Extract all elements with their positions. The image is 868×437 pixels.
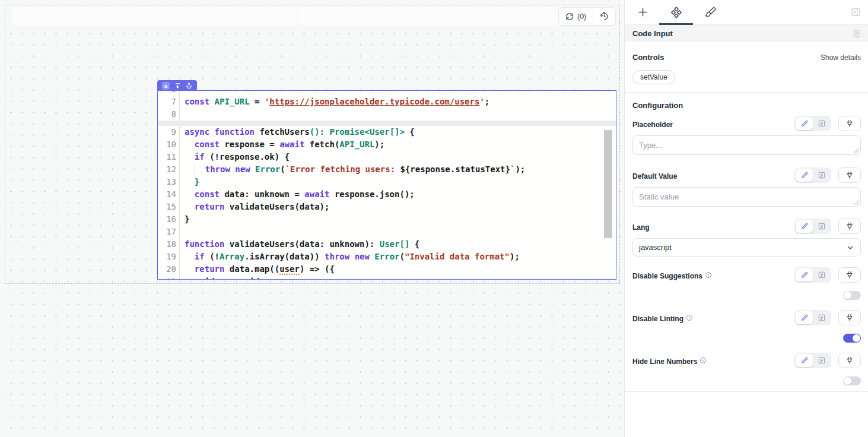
static-mode-button[interactable] xyxy=(796,311,813,324)
code-line[interactable]: 15 return validateUsers(data); xyxy=(158,201,616,213)
code-line[interactable]: 7const API_URL = 'https://jsonplaceholde… xyxy=(158,96,616,108)
pencil-icon xyxy=(800,356,809,365)
widget-tag[interactable]: a xyxy=(157,80,197,91)
property-row-hide-line-numbers: Hide Line Numbers xyxy=(632,353,861,385)
static-mode-button[interactable] xyxy=(796,268,813,281)
line-number: 10 xyxy=(158,138,180,151)
properties-panel: Code Input Controls Show details setValu… xyxy=(625,0,868,437)
line-number: 20 xyxy=(158,263,180,276)
code-line[interactable]: 21 id: user.id, xyxy=(158,276,616,279)
code-line[interactable]: 14 const data: unknown = await response.… xyxy=(158,188,616,201)
panel-right-icon xyxy=(851,7,861,17)
refresh-button[interactable]: (0) xyxy=(559,8,593,25)
code-text: if (!Array.isArray(data)) throw new Erro… xyxy=(180,251,520,263)
code-line[interactable]: 17 xyxy=(158,226,616,238)
code-text: const data: unknown = await response.jso… xyxy=(180,188,415,201)
disable-suggestions-toggle[interactable] xyxy=(843,291,861,300)
placeholder-input[interactable] xyxy=(632,135,861,155)
configuration-section: Configuration PlaceholderDefault ValueLa… xyxy=(625,93,868,385)
function-icon xyxy=(818,119,826,128)
insert-down-icon[interactable] xyxy=(174,83,181,89)
line-number: 13 xyxy=(158,176,180,188)
hide-line-numbers-toggle[interactable] xyxy=(843,376,861,385)
pencil-icon xyxy=(800,222,809,230)
code-line[interactable]: 19 if (!Array.isArray(data)) throw new E… xyxy=(158,251,616,263)
control-pill-list: setValue xyxy=(632,62,861,84)
code-line[interactable]: 8 xyxy=(158,108,616,121)
function-icon xyxy=(818,314,826,322)
static-mode-button[interactable] xyxy=(796,354,813,367)
code-line[interactable]: 13 } xyxy=(158,176,616,188)
code-line[interactable]: 18function validateUsers(data: unknown):… xyxy=(158,238,616,251)
code-line[interactable]: 9async function fetchUsers(): Promise<Us… xyxy=(158,126,616,138)
toggle-knob xyxy=(853,334,860,342)
paintbrush-icon xyxy=(705,7,717,18)
code-editor[interactable]: 67const API_URL = 'https://jsonplacehold… xyxy=(158,91,616,279)
active-tab-indicator xyxy=(659,23,693,25)
code-line[interactable]: 20 return data.map((user) => ({ xyxy=(158,263,616,276)
info-icon[interactable] xyxy=(705,271,712,278)
line-number: 6 xyxy=(158,91,180,96)
plug-icon xyxy=(845,314,854,322)
tab-settings[interactable] xyxy=(670,7,682,21)
lang-select[interactable]: javascript xyxy=(632,238,861,256)
line-number: 11 xyxy=(158,151,180,163)
line-number: 7 xyxy=(158,96,180,108)
property-row-lang: Langjavascript xyxy=(632,218,861,256)
code-line[interactable]: 10 const response = await fetch(API_URL)… xyxy=(158,138,616,151)
function-icon xyxy=(818,171,826,179)
formula-mode-button[interactable] xyxy=(813,311,830,324)
code-input-widget[interactable]: a 67const API_URL = 'https://jsonplaceho… xyxy=(157,90,616,280)
editor-scrollbar[interactable] xyxy=(604,130,612,238)
formula-mode-button[interactable] xyxy=(813,169,830,182)
code-line[interactable]: 11 if (!response.ok) { xyxy=(158,151,616,163)
history-icon xyxy=(600,12,609,21)
info-icon[interactable] xyxy=(700,357,707,364)
refresh-icon xyxy=(565,12,574,21)
binding-mode-switch-default-value xyxy=(794,167,831,183)
connect-data-button-hide-line-numbers[interactable] xyxy=(838,353,861,368)
connect-data-button-disable-suggestions[interactable] xyxy=(838,267,861,283)
layout-zone-left[interactable] xyxy=(11,7,297,26)
document-icon[interactable] xyxy=(852,29,861,38)
code-text: if (!response.ok) { xyxy=(180,151,290,163)
code-line[interactable]: 16} xyxy=(158,213,616,226)
pencil-icon xyxy=(800,171,809,179)
anchor-icon[interactable] xyxy=(186,83,192,89)
refresh-count: (0) xyxy=(577,12,586,21)
plug-icon xyxy=(845,356,854,365)
tab-style[interactable] xyxy=(705,7,717,21)
binding-mode-switch-placeholder xyxy=(794,116,831,131)
line-number: 18 xyxy=(158,238,180,251)
formula-mode-button[interactable] xyxy=(813,268,830,281)
formula-mode-button[interactable] xyxy=(813,117,830,130)
info-icon[interactable] xyxy=(686,314,693,321)
connect-data-button-default-value[interactable] xyxy=(838,167,861,183)
design-canvas[interactable]: (0) a 67const API_URL = 'https://jsonpla… xyxy=(0,0,625,437)
disable-linting-toggle[interactable] xyxy=(843,334,861,343)
default-value-input[interactable] xyxy=(632,187,861,207)
connect-data-button-lang[interactable] xyxy=(838,218,861,234)
property-row-default-value: Default Value xyxy=(632,167,861,209)
line-number: 15 xyxy=(158,201,180,213)
static-mode-button[interactable] xyxy=(796,169,813,182)
line-number: 17 xyxy=(158,226,180,238)
connect-data-button-disable-linting[interactable] xyxy=(838,310,861,325)
property-row-placeholder: Placeholder xyxy=(632,116,861,157)
code-line[interactable]: 12 throw new Error(`Error fetching users… xyxy=(158,163,616,176)
tab-add[interactable] xyxy=(637,7,648,20)
collapse-panel-button[interactable] xyxy=(851,7,861,20)
formula-mode-button[interactable] xyxy=(813,354,830,367)
control-pill-setValue[interactable]: setValue xyxy=(632,70,675,84)
static-mode-button[interactable] xyxy=(796,220,813,233)
code-line[interactable]: 6 xyxy=(158,91,616,96)
show-details-link[interactable]: Show details xyxy=(821,53,861,62)
history-button[interactable] xyxy=(593,8,615,25)
code-lines: 67const API_URL = 'https://jsonplacehold… xyxy=(158,91,616,279)
binding-mode-switch-disable-linting xyxy=(794,310,831,325)
static-mode-button[interactable] xyxy=(796,117,813,130)
formula-mode-button[interactable] xyxy=(813,220,830,233)
code-text: async function fetchUsers(): Promise<Use… xyxy=(180,126,415,138)
lang-value: javascript xyxy=(639,243,672,252)
connect-data-button-placeholder[interactable] xyxy=(838,116,861,131)
